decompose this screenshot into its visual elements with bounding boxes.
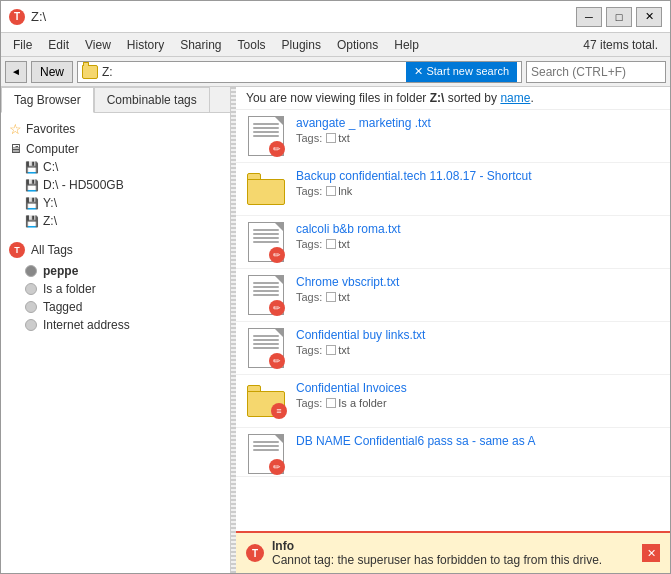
notepad-line	[253, 123, 279, 125]
notepad-line	[253, 343, 279, 345]
pencil-decal: ✏	[269, 353, 285, 369]
menu-options[interactable]: Options	[329, 36, 386, 54]
info-close-button[interactable]: ✕	[642, 544, 660, 562]
computer-icon: 🖥	[9, 141, 22, 156]
notepad-line	[253, 347, 279, 349]
pencil-decal: ✏	[269, 459, 285, 475]
file-name: Confidential buy links.txt	[296, 328, 660, 342]
file-thumb-6: ≡	[246, 381, 286, 421]
maximize-button[interactable]: □	[606, 7, 632, 27]
notepad-line	[253, 441, 279, 443]
menu-help[interactable]: Help	[386, 36, 427, 54]
tree-item-drive-z[interactable]: 💾 Z:\	[5, 212, 226, 230]
file-name: Confidential Invoices	[296, 381, 660, 395]
window-title: Z:\	[31, 9, 46, 24]
tags-label: Tags:	[296, 185, 322, 197]
pencil-decal: ✏	[269, 300, 285, 316]
tag-square	[326, 398, 336, 408]
file-tags: Tags: txt	[296, 291, 660, 303]
notepad-line	[253, 290, 279, 292]
drive-y-label: Y:\	[43, 196, 57, 210]
file-info: Confidential Invoices Tags: Is a folder	[296, 381, 660, 409]
file-info: calcoli b&b roma.txt Tags: txt	[296, 222, 660, 250]
file-thumb-7: ✏	[246, 434, 286, 474]
menu-file[interactable]: File	[5, 36, 40, 54]
left-panel: Tag Browser Combinable tags ☆ Favorites …	[1, 87, 231, 573]
notepad-line	[253, 127, 279, 129]
file-info: DB NAME Confidential6 pass sa - same as …	[296, 434, 660, 450]
info-bar: T Info Cannot tag: the superuser has for…	[236, 531, 670, 573]
list-item[interactable]: ✏ DB NAME Confidential6 pass sa - same a…	[236, 428, 670, 477]
file-thumb-2	[246, 169, 286, 209]
app-icon: T	[9, 9, 25, 25]
menu-view[interactable]: View	[77, 36, 119, 54]
tree-item-drive-c[interactable]: 💾 C:\	[5, 158, 226, 176]
menu-history[interactable]: History	[119, 36, 172, 54]
tab-combinable-tags[interactable]: Combinable tags	[94, 87, 210, 112]
list-item[interactable]: ✏ avangate _ marketing .txt Tags: txt	[236, 110, 670, 163]
all-tags-header[interactable]: T All Tags	[5, 238, 226, 262]
file-name: Backup confidential.tech 11.08.17 - Shor…	[296, 169, 660, 183]
menu-plugins[interactable]: Plugins	[274, 36, 329, 54]
notepad-line	[253, 241, 279, 243]
menu-sharing[interactable]: Sharing	[172, 36, 229, 54]
tags-label: Tags:	[296, 291, 322, 303]
search-box[interactable]	[526, 61, 666, 83]
tree-item-computer[interactable]: 🖥 Computer	[5, 139, 226, 158]
drive-icon-y: 💾	[25, 197, 39, 210]
main-window: T Z:\ ─ □ ✕ File Edit View History Shari…	[0, 0, 671, 574]
tags-label: Tags:	[296, 238, 322, 250]
drive-icon-c: 💾	[25, 161, 39, 174]
close-button[interactable]: ✕	[636, 7, 662, 27]
file-name: avangate _ marketing .txt	[296, 116, 660, 130]
tree-area: ☆ Favorites 🖥 Computer 💾 C:\ 💾 D:\ - HD5…	[1, 113, 230, 573]
tab-tag-browser[interactable]: Tag Browser	[1, 87, 94, 113]
tag-is-a-folder-label: Is a folder	[43, 282, 96, 296]
menu-edit[interactable]: Edit	[40, 36, 77, 54]
title-bar-left: T Z:\	[9, 9, 46, 25]
file-tags: Tags: lnk	[296, 185, 660, 197]
status-bar: You are now viewing files in folder Z:\ …	[236, 87, 670, 110]
list-item[interactable]: ≡ Confidential Invoices Tags: Is a folde…	[236, 375, 670, 428]
file-tags: Tags: txt	[296, 344, 660, 356]
search-input[interactable]	[531, 65, 661, 79]
back-button[interactable]: ◄	[5, 61, 27, 83]
list-item[interactable]: ✏ Chrome vbscript.txt Tags: txt	[236, 269, 670, 322]
pencil-decal: ✏	[269, 247, 285, 263]
list-item[interactable]: Backup confidential.tech 11.08.17 - Shor…	[236, 163, 670, 216]
tree-item-favorites[interactable]: ☆ Favorites	[5, 119, 226, 139]
tree-item-drive-y[interactable]: 💾 Y:\	[5, 194, 226, 212]
file-tags: Tags: txt	[296, 238, 660, 250]
start-search-button[interactable]: ✕ Start new search	[406, 62, 517, 82]
info-content: Info Cannot tag: the superuser has forbi…	[272, 539, 634, 567]
list-item[interactable]: ✏ Confidential buy links.txt Tags: txt	[236, 322, 670, 375]
tag-peppe-label: peppe	[43, 264, 78, 278]
tree-item-drive-d[interactable]: 💾 D:\ - HD500GB	[5, 176, 226, 194]
tags-label: Tags:	[296, 397, 322, 409]
notepad-line	[253, 286, 279, 288]
tag-item-internet-address[interactable]: Internet address	[5, 316, 226, 334]
tag-badge: txt	[326, 344, 350, 356]
tag-dot-internet-address	[25, 319, 37, 331]
tag-dot-is-a-folder	[25, 283, 37, 295]
notepad-line	[253, 445, 279, 447]
tags-label: Tags:	[296, 132, 322, 144]
minimize-button[interactable]: ─	[576, 7, 602, 27]
notepad-line	[253, 135, 279, 137]
tag-item-is-a-folder[interactable]: Is a folder	[5, 280, 226, 298]
status-sort-link[interactable]: name	[500, 91, 530, 105]
tag-square	[326, 292, 336, 302]
tag-square	[326, 133, 336, 143]
file-info: avangate _ marketing .txt Tags: txt	[296, 116, 660, 144]
file-tags: Tags: Is a folder	[296, 397, 660, 409]
notepad-line	[253, 131, 279, 133]
folder-icon	[247, 173, 285, 205]
new-button[interactable]: New	[31, 61, 73, 83]
list-item[interactable]: ✏ calcoli b&b roma.txt Tags: txt	[236, 216, 670, 269]
tags-label: Tags:	[296, 344, 322, 356]
notepad-icon: ✏	[248, 116, 284, 156]
notepad-line	[253, 282, 279, 284]
menu-tools[interactable]: Tools	[230, 36, 274, 54]
tag-item-tagged[interactable]: Tagged	[5, 298, 226, 316]
tag-item-peppe[interactable]: peppe	[5, 262, 226, 280]
